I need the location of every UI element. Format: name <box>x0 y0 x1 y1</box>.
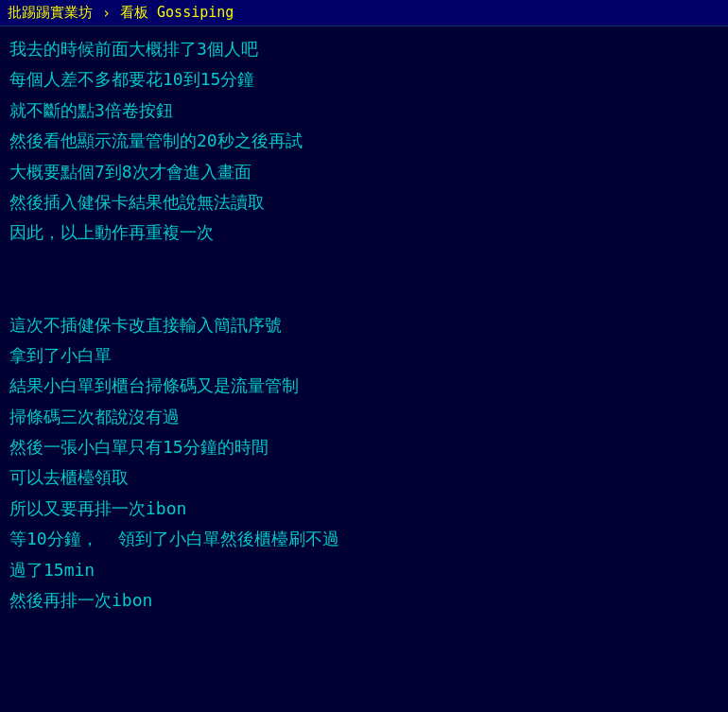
post-line: 可以去櫃檯領取 <box>9 462 719 493</box>
breadcrumb-board[interactable]: 看板 Gossiping <box>120 4 234 22</box>
post-line: 因此，以上動作再重複一次 <box>9 217 719 248</box>
breadcrumb-site[interactable]: 批踢踢實業坊 <box>8 4 93 22</box>
post-line: 掃條碼三次都說沒有過 <box>9 402 719 432</box>
post-line: 然後一張小白單只有15分鐘的時間 <box>9 432 719 462</box>
post-content: 我去的時候前面大概排了3個人吧每個人差不多都要花10到15分鐘就不斷的點3倍卷按… <box>0 26 728 623</box>
post-line: 等10分鐘， 領到了小白單然後櫃檯刷不過 <box>9 524 719 554</box>
post-line: 過了15min <box>9 555 719 585</box>
post-line: 拿到了小白單 <box>9 340 719 371</box>
post-line: 然後再排一次ibon <box>9 585 719 616</box>
breadcrumb-separator: › <box>102 5 111 22</box>
post-line: 然後插入健保卡結果他說無法讀取 <box>9 187 719 217</box>
post-line: 大概要點個7到8次才會進入畫面 <box>9 157 719 187</box>
post-line: 這次不插健保卡改直接輸入簡訊序號 <box>9 310 719 340</box>
post-line: 每個人差不多都要花10到15分鐘 <box>9 64 719 95</box>
post-line: 所以又要再排一次ibon <box>9 494 719 524</box>
empty-line <box>9 279 719 309</box>
post-line: 我去的時候前面大概排了3個人吧 <box>9 34 719 64</box>
breadcrumb-bar: 批踢踢實業坊 › 看板 Gossiping <box>0 0 728 26</box>
empty-line <box>9 249 719 279</box>
post-line: 然後看他顯示流量管制的20秒之後再試 <box>9 126 719 156</box>
post-line: 就不斷的點3倍卷按鈕 <box>9 96 719 126</box>
post-line: 結果小白單到櫃台掃條碼又是流量管制 <box>9 371 719 401</box>
